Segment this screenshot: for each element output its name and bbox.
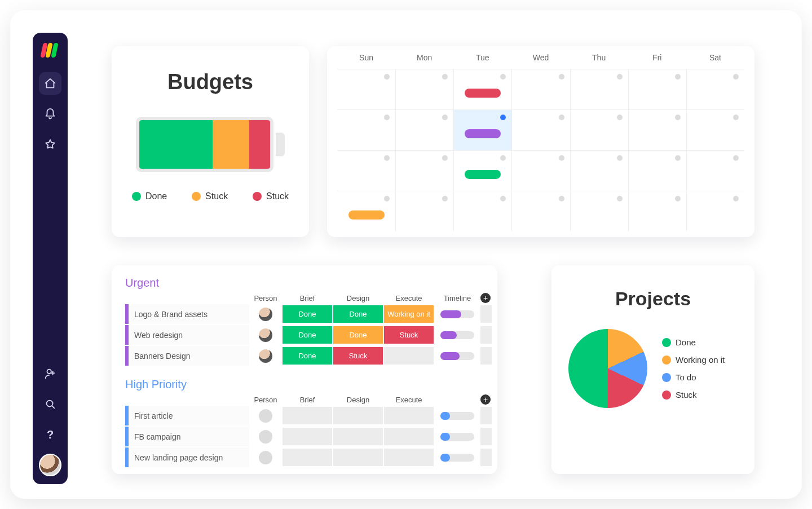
column-header[interactable]: Person	[249, 396, 282, 404]
calendar-cell[interactable]	[628, 109, 686, 150]
calendar-cell[interactable]	[686, 191, 744, 231]
timeline-cell[interactable]	[434, 331, 480, 339]
status-cell[interactable]: Stuck	[333, 347, 383, 365]
person-cell[interactable]	[249, 349, 282, 363]
calendar-cell[interactable]	[686, 150, 744, 191]
profile-avatar[interactable]	[39, 454, 61, 476]
calendar-cell[interactable]	[395, 150, 453, 191]
table-row[interactable]: FB campaign	[125, 427, 484, 446]
status-cell[interactable]: Done	[333, 326, 383, 344]
item-name[interactable]: New landing page design	[125, 447, 249, 467]
column-header[interactable]: Brief	[282, 294, 333, 302]
person-cell[interactable]	[249, 430, 282, 444]
status-cell[interactable]	[333, 449, 383, 466]
status-cell[interactable]	[384, 428, 434, 445]
nav-help[interactable]: ?	[39, 423, 61, 446]
calendar-cell[interactable]	[628, 150, 686, 191]
nav-favorites[interactable]	[39, 133, 61, 156]
timeline-cell[interactable]	[434, 412, 480, 420]
timeline-cell[interactable]	[434, 433, 480, 441]
status-cell[interactable]: Working on it	[384, 305, 434, 323]
calendar-cell[interactable]	[337, 69, 395, 109]
table-row[interactable]: Web redesignDoneDoneStuck	[125, 325, 484, 345]
calendar-cell[interactable]	[453, 69, 511, 109]
add-column-button[interactable]: +	[480, 394, 491, 405]
status-cell[interactable]	[283, 407, 332, 424]
column-header[interactable]: Execute	[383, 294, 434, 302]
calendar-cell[interactable]	[511, 191, 570, 231]
person-cell[interactable]	[249, 308, 282, 321]
calendar-cell[interactable]	[570, 109, 628, 150]
calendar-cell[interactable]	[628, 191, 686, 231]
item-name[interactable]: Logo & Brand assets	[125, 304, 249, 324]
calendar-cell[interactable]	[511, 109, 570, 150]
status-cell[interactable]	[283, 428, 332, 445]
nav-home[interactable]	[39, 72, 61, 95]
table-row[interactable]: Logo & Brand assetsDoneDoneWorking on it	[125, 304, 484, 324]
calendar-cell[interactable]	[337, 191, 395, 231]
table-row[interactable]: New landing page design	[125, 447, 484, 467]
column-header[interactable]: Brief	[282, 396, 333, 404]
calendar-cell[interactable]	[511, 69, 570, 109]
person-cell[interactable]	[249, 328, 282, 342]
table-row[interactable]: Banners DesignDoneStuck	[125, 346, 484, 366]
group-title[interactable]: High Priority	[125, 378, 484, 391]
calendar-cell[interactable]	[453, 109, 511, 150]
calendar-event-pill[interactable]	[465, 170, 501, 179]
budget-segment	[139, 120, 213, 169]
calendar-event-pill[interactable]	[348, 210, 385, 220]
nav-invite[interactable]	[39, 362, 61, 385]
timeline-cell[interactable]	[434, 454, 480, 462]
status-cell[interactable]: Stuck	[384, 326, 434, 344]
status-cell[interactable]	[384, 449, 434, 466]
person-cell[interactable]	[249, 451, 282, 464]
status-cell[interactable]	[384, 347, 434, 365]
nav-notifications[interactable]	[39, 103, 61, 125]
calendar-event-pill[interactable]	[465, 129, 501, 138]
day-dot	[500, 196, 506, 201]
calendar-cell[interactable]	[686, 69, 744, 109]
calendar-cell[interactable]	[511, 150, 570, 191]
calendar-cell[interactable]	[337, 150, 395, 191]
status-cell[interactable]	[283, 449, 332, 466]
item-name[interactable]: FB campaign	[125, 427, 249, 446]
item-name[interactable]: Banners Design	[125, 346, 249, 366]
calendar-cell[interactable]	[337, 109, 395, 150]
day-dot	[617, 155, 623, 161]
calendar-cell[interactable]	[453, 191, 511, 231]
nav-search[interactable]	[39, 393, 61, 415]
add-column-button[interactable]: +	[480, 293, 491, 303]
timeline-cell[interactable]	[434, 352, 480, 360]
status-cell[interactable]: Done	[283, 347, 332, 365]
status-cell[interactable]	[384, 407, 434, 424]
status-cell[interactable]: Done	[283, 326, 332, 344]
calendar-cell[interactable]	[395, 191, 453, 231]
legend-label: Done	[676, 337, 696, 347]
column-header[interactable]: Person	[249, 294, 282, 302]
status-cell[interactable]	[333, 428, 383, 445]
calendar-cell[interactable]	[570, 69, 628, 109]
group-title[interactable]: Urgent	[125, 277, 484, 289]
calendar-event-pill[interactable]	[465, 89, 501, 98]
column-header[interactable]: Timeline	[434, 294, 480, 302]
item-name[interactable]: First article	[125, 406, 249, 425]
timeline-cell[interactable]	[434, 310, 480, 318]
column-header[interactable]: Design	[333, 294, 383, 302]
person-avatar	[259, 328, 272, 342]
item-name[interactable]: Web redesign	[125, 325, 249, 345]
calendar-cell[interactable]	[570, 191, 628, 231]
calendar-cell[interactable]	[395, 109, 453, 150]
status-cell[interactable]: Done	[283, 305, 332, 323]
status-cell[interactable]	[333, 407, 383, 424]
calendar-cell[interactable]	[395, 69, 453, 109]
calendar-cell[interactable]	[686, 109, 744, 150]
calendar-cell[interactable]	[570, 150, 628, 191]
calendar-cell[interactable]	[453, 150, 511, 191]
column-header[interactable]: Design	[333, 396, 383, 404]
column-header[interactable]: Execute	[383, 396, 434, 404]
status-cell[interactable]: Done	[333, 305, 383, 323]
table-row[interactable]: First article	[125, 406, 484, 425]
calendar-cell[interactable]	[628, 69, 686, 109]
person-cell[interactable]	[249, 409, 282, 423]
home-icon	[44, 77, 56, 90]
